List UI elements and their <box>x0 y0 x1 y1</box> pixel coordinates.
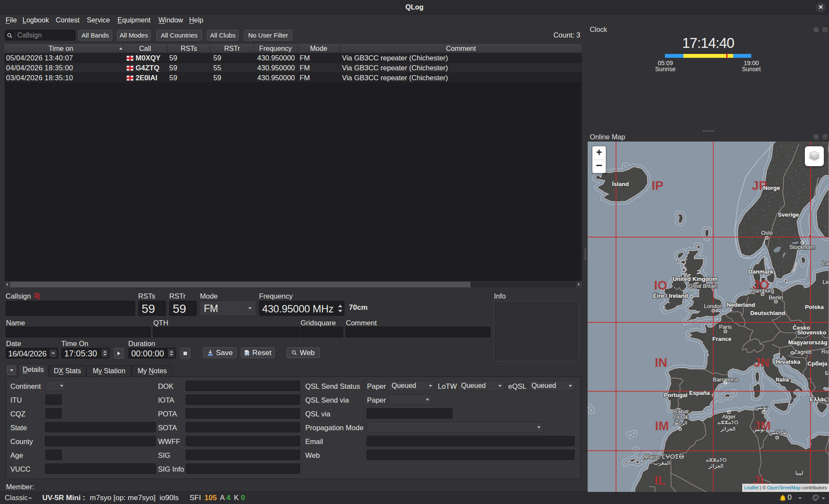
svg-text:ⵔⴱⴰⵟ: ⵔⴱⴰⵟ <box>674 415 688 420</box>
svg-text:Rabat: Rabat <box>673 408 689 415</box>
svg-text:Magyarország: Magyarország <box>788 339 828 346</box>
svg-text:Zagreb: Zagreb <box>794 349 811 355</box>
svg-text:Slovensko: Slovensko <box>797 329 826 336</box>
svg-text:الجزائر: الجزائر <box>708 463 724 469</box>
svg-text:تونس: تونس <box>753 426 765 433</box>
svg-text:Alger: Alger <box>722 413 736 420</box>
svg-text:La: La <box>822 260 829 266</box>
svg-text:المغرب: المغرب <box>654 460 670 466</box>
svg-text:Sverige: Sverige <box>778 211 799 218</box>
svg-text:ⴰⵣⵣⴰⵢⵔ: ⴰⵣⵣⴰⵢⵔ <box>718 420 739 425</box>
svg-text:IL: IL <box>655 473 666 487</box>
svg-text:Hrvatska: Hrvatska <box>775 359 801 365</box>
svg-text:Polska: Polska <box>805 304 824 310</box>
svg-text:Ísland: Ísland <box>612 181 629 187</box>
svg-text:ليبيا: ليبيا <box>795 470 803 476</box>
svg-text:Oslo: Oslo <box>761 230 773 236</box>
svg-text:Nederland: Nederland <box>727 302 755 308</box>
svg-text:طرابلس: طرابلس <box>769 429 787 436</box>
svg-text:Ελλάς: Ελλάς <box>810 396 826 403</box>
svg-text:France: France <box>712 336 732 342</box>
svg-text:JN: JN <box>753 356 769 369</box>
svg-text:Lie: Lie <box>823 279 829 285</box>
svg-text:IN: IN <box>655 356 668 369</box>
svg-text:Éire / Ireland: Éire / Ireland <box>653 293 688 299</box>
svg-text:IP: IP <box>652 179 663 192</box>
svg-text:Portugal: Portugal <box>664 392 688 398</box>
svg-text:Paris: Paris <box>719 324 732 330</box>
svg-text:الجزائر: الجزائر <box>720 426 736 432</box>
svg-text:United Kingdom: United Kingdom <box>673 276 718 282</box>
svg-text:Norge: Norge <box>763 185 780 191</box>
svg-text:Berlin: Berlin <box>769 294 783 301</box>
svg-text:Danmark: Danmark <box>748 268 773 275</box>
svg-text:España: España <box>689 390 710 396</box>
svg-text:الرباط: الرباط <box>674 420 687 426</box>
svg-text:London: London <box>704 303 722 309</box>
svg-text:Stockholm: Stockholm <box>789 244 816 250</box>
svg-text:Great Britain: Great Britain <box>688 283 718 289</box>
svg-text:Maroc ⵎⵖⵔⵉⴱ: Maroc ⵎⵖⵔⵉⴱ <box>644 454 684 460</box>
svg-text:IO: IO <box>654 278 668 292</box>
svg-text:Б: Б <box>825 370 829 376</box>
svg-text:Ro: Ro <box>821 348 829 355</box>
svg-text:Italia: Italia <box>776 376 789 383</box>
svg-text:IM: IM <box>655 419 669 433</box>
svg-text:Србија: Србија <box>807 360 827 367</box>
svg-text:Deutschland: Deutschland <box>750 310 785 316</box>
svg-text:تونس: تونس <box>755 404 767 411</box>
svg-text:ⴰⵣⵣⴰⵢⵔ: ⴰⵣⵣⴰⵢⵔ <box>706 457 727 463</box>
svg-text:Barcelona: Barcelona <box>713 376 738 383</box>
